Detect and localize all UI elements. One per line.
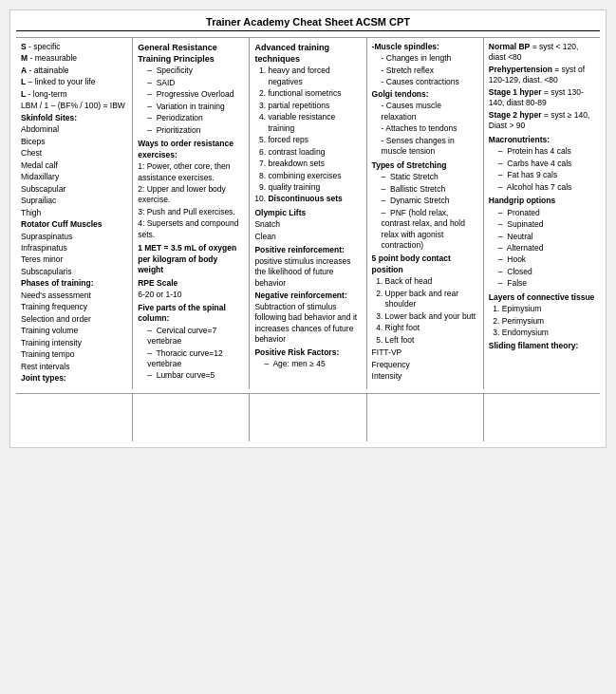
bottom-row bbox=[16, 393, 600, 441]
column-2: General Resistance Training Principles –… bbox=[133, 38, 250, 389]
bottom-cell-3 bbox=[250, 394, 366, 441]
column-5: Normal BP = syst < 120, diast <80 Prehyp… bbox=[484, 38, 600, 389]
page: Trainer Academy Cheat Sheet ACSM CPT S -… bbox=[9, 9, 607, 448]
bottom-cell-1 bbox=[16, 394, 133, 441]
column-1: S - specific M - measurable A - attainab… bbox=[16, 38, 133, 389]
page-title: Trainer Academy Cheat Sheet ACSM CPT bbox=[16, 16, 600, 31]
bottom-cell-4 bbox=[367, 394, 484, 441]
body-contact-list: Back of head Upper back and rear shoulde… bbox=[372, 276, 478, 346]
bottom-cell-2 bbox=[133, 394, 250, 441]
bottom-cell-5 bbox=[484, 394, 600, 441]
column-4: -Muscle spindles: - Changes in length - … bbox=[367, 38, 484, 389]
column-3: Advanced training techniques heavy and f… bbox=[250, 38, 366, 389]
advanced-techniques-list: heavy and forced negatives functional is… bbox=[254, 66, 361, 205]
columns-container: S - specific M - measurable A - attainab… bbox=[16, 37, 600, 389]
connective-tissue-list: Epimysium Perimysium Endomysium bbox=[489, 304, 595, 338]
